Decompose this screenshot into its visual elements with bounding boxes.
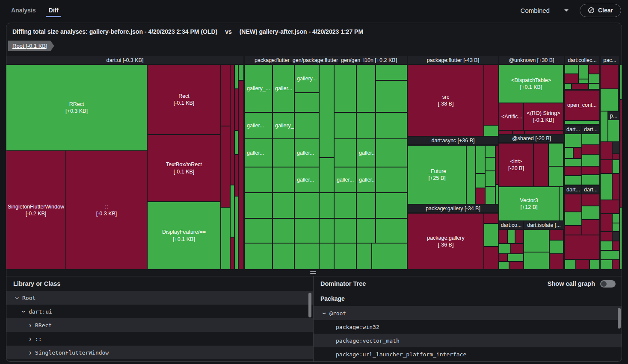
treemap-cell[interactable]: [582, 155, 599, 166]
treemap-subgroup-header[interactable]: dart...: [582, 126, 599, 133]
treemap-cell[interactable]: [484, 224, 498, 246]
treemap-cell[interactable]: [245, 167, 272, 192]
right-pane-scrollbar[interactable]: [618, 308, 621, 329]
chevron-down-icon[interactable]: ❯: [322, 310, 327, 317]
splitter-drag-handle[interactable]: [310, 271, 317, 275]
treemap-cell[interactable]: [601, 142, 612, 159]
treemap-cell[interactable]: [601, 251, 619, 259]
treemap-cell[interactable]: [565, 212, 581, 225]
treemap-cell[interactable]: <DispatchTable> [+0.1 KB]: [499, 65, 563, 103]
treemap-cell[interactable]: [484, 247, 498, 269]
treemap-cell[interactable]: [221, 208, 230, 269]
treemap-cell[interactable]: gallery...: [295, 65, 319, 92]
treemap-cell[interactable]: [601, 160, 612, 173]
treemap-cell[interactable]: [484, 65, 498, 125]
treemap-cell[interactable]: [565, 65, 578, 73]
treemap-cell[interactable]: [221, 126, 230, 207]
treemap-cell[interactable]: [376, 113, 407, 138]
treemap-cell[interactable]: [613, 174, 619, 200]
treemap-cell[interactable]: [486, 171, 495, 186]
treemap-cell[interactable]: [601, 89, 618, 111]
treemap-cell[interactable]: [582, 206, 599, 219]
treemap-cell[interactable]: [579, 65, 588, 79]
treemap-cell[interactable]: src [-38 B]: [408, 65, 483, 136]
treemap-cell[interactable]: [515, 230, 523, 243]
chevron-right-icon[interactable]: ❯: [27, 350, 33, 355]
treemap-subgroup-header[interactable]: dart...: [565, 186, 581, 194]
treemap-cell[interactable]: _Future [+25 B]: [408, 146, 466, 204]
treemap-cell[interactable]: [582, 134, 599, 144]
treemap-subgroup-header[interactable]: dart:async [+36 B]: [408, 137, 498, 144]
treemap-cell[interactable]: RRect [+0.3 KB]: [6, 65, 147, 150]
treemap-cell[interactable]: [613, 223, 619, 231]
treemap-cell[interactable]: [620, 208, 622, 269]
treemap-cell[interactable]: [620, 100, 622, 207]
treemap-cell[interactable]: [335, 139, 356, 167]
treemap-cell[interactable]: [357, 113, 375, 138]
treemap-cell[interactable]: [613, 260, 619, 269]
treemap-cell[interactable]: [484, 126, 498, 136]
treemap-cell[interactable]: [613, 160, 619, 173]
left-pane-scrollbar[interactable]: [308, 293, 311, 317]
treemap-cell[interactable]: gallery_l...: [273, 113, 294, 138]
treemap-cell[interactable]: [508, 254, 523, 261]
treemap-subgroup-header[interactable]: dart:isolate [...: [524, 221, 564, 229]
treemap-cell[interactable]: [239, 81, 243, 269]
treemap-cell[interactable]: <(RO) String> [-0.1 KB]: [524, 103, 563, 130]
treemap-cell[interactable]: [601, 232, 612, 241]
dominator-tree-row[interactable]: ❯package:vector_math: [314, 334, 622, 347]
treemap-cell[interactable]: [235, 155, 238, 196]
treemap-cell[interactable]: [376, 193, 407, 218]
treemap-subgroup-header[interactable]: p...: [608, 112, 619, 120]
treemap-cell[interactable]: [320, 219, 334, 243]
treemap-cell[interactable]: [486, 146, 495, 157]
treemap-cell[interactable]: [565, 148, 573, 158]
library-class-row[interactable]: ❯Root: [6, 291, 313, 305]
treemap-cell[interactable]: Rect [-0.1 KB]: [148, 65, 220, 134]
treemap-cell[interactable]: <Artific...: [499, 103, 523, 130]
treemap-cell[interactable]: [576, 260, 589, 269]
treemap-cell[interactable]: galler...: [245, 113, 272, 138]
tab-diff[interactable]: Diff: [48, 0, 59, 21]
treemap-cell[interactable]: galler...: [245, 139, 272, 167]
library-class-row[interactable]: ❯SingletonFlutterWindow: [6, 346, 313, 359]
treemap-cell[interactable]: [511, 244, 523, 253]
library-class-row[interactable]: ❯RRect: [6, 318, 313, 332]
treemap-cell[interactable]: [295, 244, 319, 269]
treemap-cell[interactable]: [601, 214, 612, 231]
treemap-cell[interactable]: SingletonFlutterWindow [-0.2 KB]: [6, 151, 65, 269]
dominator-tree-row[interactable]: ❯package:url_launcher_platform_interface: [314, 347, 622, 361]
treemap-cell[interactable]: [582, 175, 599, 185]
treemap-cell[interactable]: [335, 65, 356, 112]
treemap-group-header[interactable]: package:flutter [-43 B]: [408, 56, 498, 64]
treemap-cell[interactable]: DisplayFeature/== [+0.1 KB]: [148, 202, 220, 269]
treemap-cell[interactable]: [357, 244, 371, 269]
show-call-graph-toggle[interactable]: [600, 280, 616, 288]
treemap-group-header[interactable]: pac...: [601, 56, 619, 64]
treemap-cell[interactable]: [565, 74, 578, 83]
treemap-group-header[interactable]: dart:ui [-0.3 KB]: [6, 56, 243, 64]
library-class-row[interactable]: ❯dart:ui: [6, 305, 313, 318]
treemap-group-header[interactable]: @unknown [+30 B]: [499, 56, 564, 64]
treemap-cell[interactable]: [496, 185, 498, 204]
treemap-cell[interactable]: [589, 84, 599, 89]
treemap-cell[interactable]: [273, 167, 294, 192]
treemap-cell[interactable]: [499, 230, 507, 243]
treemap-cell[interactable]: [601, 241, 612, 250]
treemap-cell[interactable]: Vector3 [+12 B]: [499, 187, 559, 220]
treemap-cell[interactable]: [565, 167, 581, 175]
treemap-cell[interactable]: [601, 112, 607, 141]
treemap-cell[interactable]: TextBox/toRect [-0.1 KB]: [148, 135, 220, 201]
treemap-cell[interactable]: [467, 146, 475, 204]
treemap-cell[interactable]: [613, 214, 619, 223]
chevron-down-icon[interactable]: ❯: [21, 308, 26, 315]
treemap-cell[interactable]: [499, 244, 510, 253]
chevron-right-icon[interactable]: ❯: [27, 323, 33, 328]
treemap-subgroup-header[interactable]: dart...: [565, 126, 581, 133]
treemap-cell[interactable]: [357, 193, 375, 218]
treemap-cell[interactable]: [550, 230, 563, 240]
chevron-right-icon[interactable]: ❯: [27, 337, 33, 341]
treemap-cell[interactable]: [601, 200, 619, 213]
treemap-cell[interactable]: [620, 65, 622, 99]
treemap-cell[interactable]: [601, 65, 618, 88]
